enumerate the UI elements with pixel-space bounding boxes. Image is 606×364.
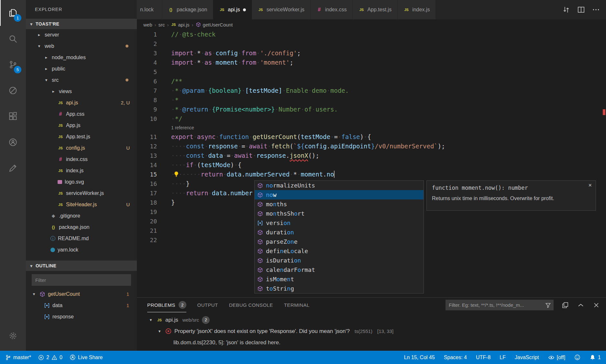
cursor-position-status[interactable]: Ln 15, Col 45: [404, 355, 435, 360]
problems-error-row[interactable]: ▾ Property 'jsonX' does not exist on typ…: [137, 326, 606, 337]
suggestion-months[interactable]: months: [255, 199, 424, 209]
codelens-references[interactable]: 1 reference: [137, 123, 606, 132]
panel-tab-problems[interactable]: PROBLEMS2: [147, 298, 186, 312]
close-icon[interactable]: ×: [588, 182, 592, 189]
panel-tab-terminal[interactable]: TERMINAL: [284, 298, 310, 312]
line-number[interactable]: 7: [137, 86, 157, 95]
tree-item-README.md[interactable]: iREADME.md: [26, 233, 137, 244]
code-line-1[interactable]: 1//·@ts-check: [137, 30, 606, 39]
suggestion-now[interactable]: now: [255, 190, 424, 199]
code-line-2[interactable]: 2: [137, 39, 606, 48]
outline-item-data[interactable]: data1: [26, 300, 137, 311]
line-number[interactable]: 4: [137, 58, 157, 67]
activity-extensions[interactable]: [0, 103, 26, 129]
activity-source-control[interactable]: 5: [0, 52, 26, 78]
line-number[interactable]: 20: [137, 217, 157, 226]
tree-item-SiteHeader.js[interactable]: JSSiteHeader.jsU: [26, 199, 137, 210]
code-line-9[interactable]: 9·*·@return·{Promise<number>}·Number·of·…: [137, 105, 606, 114]
suggestion-normalizeUnits[interactable]: normalizeUnits: [255, 181, 424, 190]
line-number[interactable]: 22: [137, 235, 157, 245]
workspace-section-header[interactable]: ▾ TOAST'RE: [26, 19, 137, 29]
code-line-10[interactable]: 10·*/: [137, 114, 606, 123]
activity-live-share[interactable]: [0, 129, 26, 155]
language-status[interactable]: JavaScript: [515, 355, 539, 360]
tree-item-api.js[interactable]: JSapi.js2, U: [26, 97, 137, 108]
modified-dot[interactable]: [243, 8, 246, 11]
line-number[interactable]: 9: [137, 105, 157, 114]
tree-item-public[interactable]: ▸public: [26, 63, 137, 74]
line-number[interactable]: 14: [137, 160, 157, 170]
line-number[interactable]: 1: [137, 30, 157, 39]
suggestion-parseZone[interactable]: parseZone: [255, 237, 424, 246]
tree-item-App.test.js[interactable]: JSApp.test.js: [26, 131, 137, 142]
tab-index.js[interactable]: JSindex.js: [398, 0, 436, 19]
collapse-all-icon[interactable]: [561, 301, 569, 309]
outline-filter-input[interactable]: [32, 274, 131, 286]
indentation-status[interactable]: Spaces: 4: [444, 355, 467, 360]
problems-related-row[interactable]: lib.dom.d.ts[2230, 5]: 'json' is declare…: [137, 337, 606, 348]
code-line-12[interactable]: 12····const·response·=·await·fetch(`${co…: [137, 142, 606, 151]
activity-debug[interactable]: [0, 78, 26, 103]
problems-status[interactable]: 2 0: [38, 355, 62, 360]
panel-tab-debug-console[interactable]: DEBUG CONSOLE: [229, 298, 273, 312]
code-line-3[interactable]: 3import·*·as·config·from·'./config';: [137, 48, 606, 58]
breadcrumb-item-getUserCount[interactable]: getUserCount: [196, 22, 233, 27]
notifications-status[interactable]: 1: [589, 354, 601, 360]
activity-explorer[interactable]: 1: [0, 0, 26, 26]
tree-item-App.js[interactable]: JSApp.js: [26, 120, 137, 131]
tree-item-src[interactable]: ▾src: [26, 74, 137, 86]
problems-filter-input[interactable]: [446, 302, 554, 308]
tab-package.json[interactable]: {}package.json: [162, 0, 213, 19]
activity-search[interactable]: [0, 26, 26, 52]
suggestion-duration[interactable]: duration: [255, 228, 424, 237]
tree-item-index.js[interactable]: JSindex.js: [26, 165, 137, 176]
tree-item-index.css[interactable]: #index.css: [26, 154, 137, 165]
tree-item-yarn.lock[interactable]: yarn.lock: [26, 244, 137, 255]
line-number[interactable]: 15: [137, 170, 157, 179]
tree-item-views[interactable]: ▸views: [26, 86, 137, 97]
line-number[interactable]: 11: [137, 132, 157, 142]
panel-tab-output[interactable]: OUTPUT: [197, 298, 218, 312]
breadcrumb-item-api.js[interactable]: JSapi.js: [171, 22, 190, 27]
line-number[interactable]: 18: [137, 198, 157, 207]
code-editor[interactable]: 1//·@ts-check23import·*·as·config·from·'…: [137, 30, 606, 297]
problems-file-row[interactable]: ▾ JS api.js web/src 2: [137, 314, 606, 326]
tab-n.lock[interactable]: n.lock: [137, 0, 162, 19]
code-line-6[interactable]: 6/**: [137, 77, 606, 86]
more-actions-icon[interactable]: [592, 5, 600, 14]
line-number[interactable]: 21: [137, 226, 157, 235]
tree-item-package.json[interactable]: {}package.json: [26, 221, 137, 233]
line-number[interactable]: 2: [137, 39, 157, 48]
maximize-panel-icon[interactable]: [577, 301, 585, 309]
outline-item-getUserCount[interactable]: ▾getUserCount1: [26, 288, 137, 300]
outline-item-response[interactable]: response: [26, 311, 137, 322]
close-panel-icon[interactable]: [592, 301, 600, 309]
line-number[interactable]: 6: [137, 77, 157, 86]
line-number[interactable]: 13: [137, 151, 157, 160]
suggestion-isMoment[interactable]: isMoment: [255, 274, 424, 284]
line-number[interactable]: 16: [137, 179, 157, 188]
git-branch-status[interactable]: master*: [5, 355, 31, 360]
tree-item-App.css[interactable]: #App.css: [26, 108, 137, 120]
feedback-status[interactable]: [574, 354, 580, 360]
code-line-5[interactable]: 5: [137, 67, 606, 77]
tree-item-server[interactable]: ▸server: [26, 29, 137, 40]
split-editor-icon[interactable]: [577, 5, 585, 14]
outline-section-header[interactable]: ▾ OUTLINE: [26, 261, 137, 271]
tree-item-config.js[interactable]: JSconfig.jsU: [26, 142, 137, 154]
code-line-15[interactable]: 15········return·data.numberServed·*·mom…: [137, 170, 606, 179]
tab-index.css[interactable]: #index.css: [311, 0, 353, 19]
tab-api.js[interactable]: JSapi.js: [213, 0, 252, 19]
line-number[interactable]: 19: [137, 207, 157, 217]
suggestion-toString[interactable]: toString: [255, 284, 424, 293]
line-number[interactable]: 3: [137, 48, 157, 58]
line-number[interactable]: 10: [137, 114, 157, 123]
suggestion-calendarFormat[interactable]: calendarFormat: [255, 265, 424, 274]
line-number[interactable]: 5: [137, 67, 157, 77]
screencast-status[interactable]: [off]: [548, 354, 565, 361]
suggestion-isDuration[interactable]: isDuration: [255, 256, 424, 265]
tree-item-web[interactable]: ▾web: [26, 40, 137, 52]
activity-edit-extension[interactable]: [0, 155, 26, 181]
suggestion-defineLocale[interactable]: defineLocale: [255, 246, 424, 256]
activity-settings[interactable]: [0, 323, 26, 349]
